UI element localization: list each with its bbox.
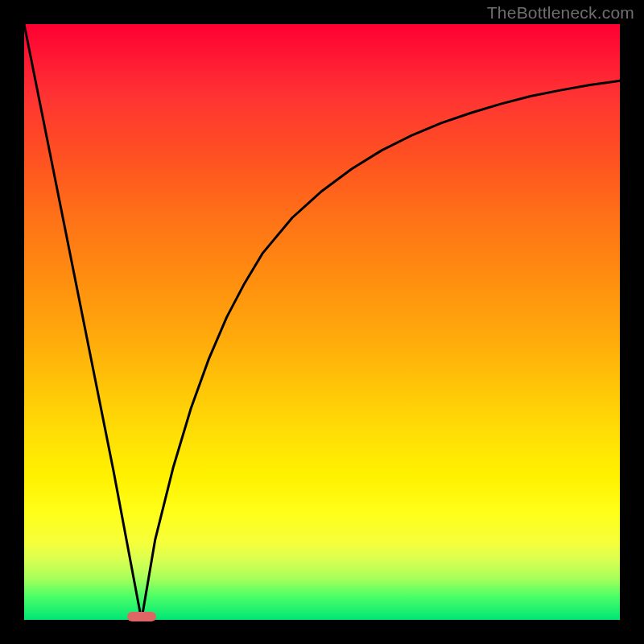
curve-minimum-marker <box>127 612 156 621</box>
watermark-text: TheBottleneck.com <box>487 3 634 23</box>
chart-frame: TheBottleneck.com <box>0 0 644 644</box>
chart-curve <box>24 24 620 620</box>
plot-area <box>24 24 620 620</box>
